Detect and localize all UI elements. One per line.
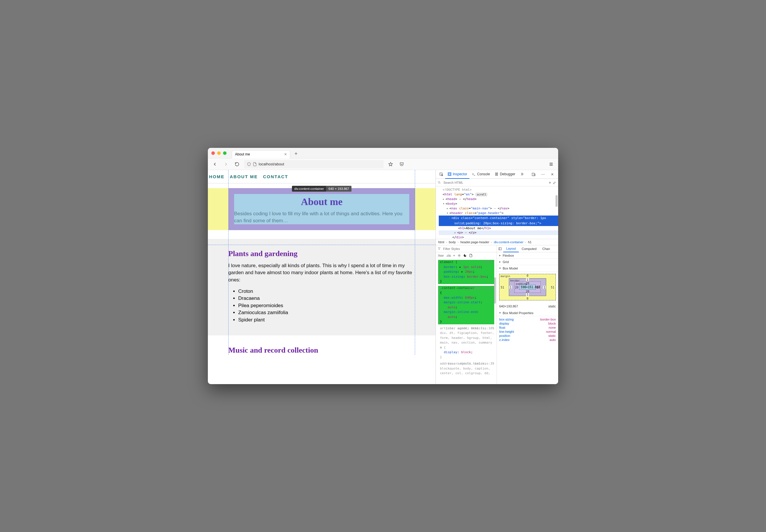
layout-tabs: Layout Computed Chan	[497, 245, 558, 252]
tab-layout[interactable]: Layout	[503, 245, 519, 252]
print-media-icon[interactable]	[469, 254, 473, 257]
devtools-close-button[interactable]: ✕	[548, 170, 556, 179]
styles-filter-input[interactable]	[442, 247, 495, 251]
accordion-flexbox[interactable]: ▸Flexbox	[497, 252, 558, 259]
dom-node[interactable]: <html lang="en"> scroll	[439, 192, 558, 197]
dom-node[interactable]: ▸<p> ⋯ </p>	[439, 230, 558, 235]
window-controls	[212, 151, 227, 155]
section-plants-title: Plants and gardening	[228, 249, 415, 258]
rule-content-container[interactable]: styles.css:42 .content-container ⚙{ max-…	[438, 286, 494, 324]
forward-button[interactable]	[222, 160, 230, 168]
svg-rect-4	[497, 173, 498, 175]
svg-point-7	[438, 181, 440, 183]
tab-computed[interactable]: Computed	[519, 245, 539, 252]
prop-row[interactable]: displayblock	[499, 321, 556, 325]
shield-icon	[247, 162, 251, 166]
back-button[interactable]	[211, 160, 219, 168]
tab-console[interactable]: Console	[469, 170, 492, 179]
dom-tree[interactable]: <!DOCTYPE html> <html lang="en"> scroll …	[436, 186, 558, 239]
nav-contact[interactable]: CONTACT	[263, 174, 288, 179]
dom-node[interactable]: <h1>About me</h1>	[439, 226, 558, 231]
layout-sidebar-icon[interactable]	[497, 245, 503, 253]
pseudo-hov-button[interactable]: :hov	[438, 254, 444, 257]
accordion-boxmodel-props[interactable]: ▾Box Model Properties	[497, 310, 558, 316]
section-plants-text: I love nature, especially all kinds of p…	[228, 262, 415, 284]
prop-row[interactable]: line-heightnormal	[499, 330, 556, 334]
titlebar: About me ✕ +	[208, 148, 558, 158]
box-model-content[interactable]: 598×151.867	[519, 285, 536, 290]
nav-home[interactable]: HOME	[209, 174, 225, 179]
light-scheme-icon[interactable]	[457, 254, 461, 257]
dark-scheme-icon[interactable]	[463, 254, 467, 257]
dom-node[interactable]: ▸<head> ⋯ </head>	[439, 197, 558, 202]
tab-inspector[interactable]: Inspector	[445, 170, 469, 179]
prop-row[interactable]: floatnone	[499, 325, 556, 330]
accordion-boxmodel[interactable]: ▾Box Model	[497, 265, 558, 272]
browser-tab[interactable]: About me ✕	[232, 150, 290, 158]
menu-button[interactable]	[547, 160, 555, 168]
pick-element-button[interactable]	[438, 170, 445, 179]
dom-search: +	[436, 179, 558, 186]
site-nav: HOME ABOUT ME CONTACT	[208, 170, 436, 183]
pocket-button[interactable]	[398, 160, 406, 168]
close-tab-icon[interactable]: ✕	[284, 152, 287, 156]
scrollbar[interactable]	[555, 195, 557, 207]
scrollbar[interactable]	[494, 277, 496, 304]
svg-rect-2	[449, 173, 450, 175]
minimize-window-button[interactable]	[217, 151, 221, 155]
bookmark-button[interactable]	[386, 160, 395, 168]
breadcrumb[interactable]: body	[449, 240, 456, 244]
dom-search-input[interactable]	[443, 181, 547, 185]
dom-node[interactable]: <!DOCTYPE html>	[439, 188, 558, 192]
rule-user-agent-2[interactable]: (user agent) html.css:39 address, articl…	[438, 361, 494, 376]
address-bar[interactable]: localhost/about	[244, 160, 384, 168]
breadcrumb[interactable]: h1	[528, 240, 531, 244]
breadcrumb[interactable]: html	[438, 240, 444, 244]
page-viewport[interactable]: HOME ABOUT ME CONTACT div.content-contai…	[208, 170, 436, 384]
breadcrumb[interactable]: header.page-header	[460, 240, 489, 244]
dom-node[interactable]: ▾<body>	[439, 202, 558, 206]
layout-pane: Layout Computed Chan ▸Flexbox ▸Grid ▾Box…	[497, 245, 558, 384]
cls-button[interactable]: .cls	[446, 254, 451, 257]
maximize-window-button[interactable]	[223, 151, 227, 155]
rule-element[interactable]: inline element { ⚙ border: ▸ 1px solid; …	[438, 260, 494, 284]
highlight-content-container: div.content-container 640 × 193.867 Abou…	[228, 188, 415, 230]
layout-body[interactable]: ▸Flexbox ▸Grid ▾Box Model margin 0 0 51 …	[497, 252, 558, 384]
devtools-lower: :hov .cls + inline element { ⚙ border: ▸…	[436, 245, 558, 384]
tab-debugger[interactable]: Debugger	[492, 170, 517, 179]
dom-node[interactable]: ▾<header class="page-header">	[439, 211, 558, 216]
styles-rules[interactable]: inline element { ⚙ border: ▸ 1px solid; …	[436, 259, 496, 384]
responsive-mode-button[interactable]	[529, 170, 538, 179]
dom-node-selected[interactable]: solid;padding: 20px;box-sizing: border-b…	[439, 221, 558, 226]
new-tab-button[interactable]: +	[293, 151, 300, 157]
dom-node-selected[interactable]: ▾<div class="content-container" style="b…	[439, 216, 558, 221]
tab-overflow[interactable]	[517, 170, 526, 179]
close-window-button[interactable]	[212, 151, 215, 155]
accordion-grid[interactable]: ▸Grid	[497, 259, 558, 265]
prop-row[interactable]: positionstatic	[499, 334, 556, 338]
prop-row[interactable]: z-indexauto	[499, 338, 556, 342]
reload-button[interactable]	[233, 160, 241, 168]
section-music: Music and record collection	[208, 335, 436, 355]
devtools-menu-button[interactable]: ⋯	[539, 170, 547, 179]
breadcrumb[interactable]: div.content-container	[494, 240, 523, 244]
prop-row[interactable]: box-sizingborder-box	[499, 317, 556, 321]
svg-rect-1	[448, 172, 451, 176]
browser-window: About me ✕ + localhost/about	[208, 148, 558, 384]
plants-list: Croton Dracaena Pilea peperomioides Zami…	[228, 288, 415, 324]
main-split: HOME ABOUT ME CONTACT div.content-contai…	[208, 170, 558, 384]
devtools-panel: Inspector Console Debugger ⋯	[436, 170, 558, 384]
url-text: localhost/about	[259, 162, 284, 166]
dom-node[interactable]: </div>	[439, 235, 558, 239]
eyedropper-icon[interactable]	[553, 181, 556, 184]
nav-about[interactable]: ABOUT ME	[230, 174, 258, 179]
svg-rect-5	[532, 173, 534, 176]
add-rule-button[interactable]: +	[453, 254, 455, 257]
rule-user-agent[interactable]: (user agent) html.css:109 article, aside…	[438, 326, 494, 360]
tab-changes[interactable]: Chan	[539, 245, 553, 252]
dom-node[interactable]: ▸<nav class="main-nav"> ⋯ </nav>	[439, 206, 558, 211]
box-model-diagram[interactable]: margin 0 0 51 51 border 1 1 1	[497, 272, 558, 303]
list-item: Pilea peperomioides	[238, 302, 415, 309]
dom-breadcrumbs: html› body› header.page-header› div.cont…	[436, 239, 558, 245]
add-node-button[interactable]: +	[549, 180, 551, 185]
